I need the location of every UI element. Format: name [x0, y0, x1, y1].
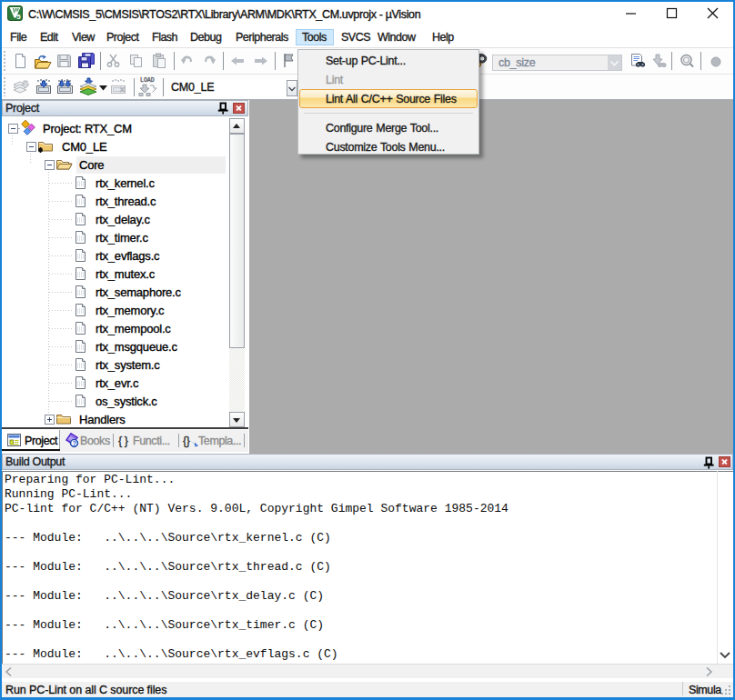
svg-text:5: 5	[16, 13, 21, 21]
svg-text:?: ?	[73, 439, 77, 447]
